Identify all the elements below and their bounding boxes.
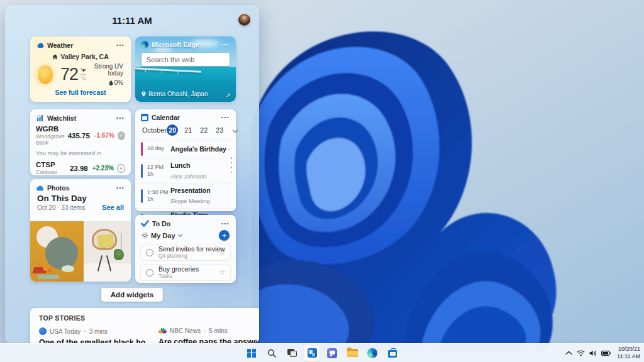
task-checkbox[interactable] [146,249,153,256]
search-button[interactable] [264,346,279,361]
calendar-day[interactable]: 22 [198,124,209,136]
edge-browser-button[interactable] [365,346,380,361]
expand-icon[interactable]: ↗ [226,92,231,99]
see-full-forecast-link[interactable]: See full forecast [30,89,131,96]
widgets-column-right: Microsoft Edge ••• Ikema Ohashi, Japan ↗ [135,36,236,283]
unit-fahrenheit[interactable]: °F [80,68,86,75]
widgets-button[interactable] [304,346,319,361]
calendar-month: October [142,126,167,134]
edge-widget[interactable]: Microsoft Edge ••• Ikema Ohashi, Japan ↗ [135,36,236,102]
photo-thumbnail[interactable] [30,221,84,282]
windows-logo-icon [247,349,256,358]
photos-more-options-icon[interactable]: ••• [116,184,125,192]
search-icon [267,349,276,358]
photo-detail [97,234,114,248]
bridge-shape [135,67,201,73]
star-icon[interactable]: ☆ [219,248,225,256]
chat-button[interactable] [325,346,340,361]
watchlist-title: Watchlist [47,114,76,122]
task-checkbox[interactable] [146,269,153,277]
calendar-widget[interactable]: Calendar ••• October 20 21 22 23 [135,109,236,211]
file-explorer-button[interactable] [345,346,360,361]
calendar-day-selected[interactable]: 20 [167,124,178,136]
weather-temperature: 72 [60,65,78,84]
my-day-selector[interactable]: My Day [142,232,182,239]
stock-name: Contoso [36,169,70,175]
wifi-icon[interactable] [577,350,585,356]
dot-separator: · [84,328,86,335]
folder-icon [347,349,358,357]
task-title: Send invites for review [158,245,219,253]
calendar-event[interactable]: All day Angela's Birthday [135,139,236,158]
task-view-icon [287,349,297,357]
photo-detail [48,268,52,273]
calendar-day[interactable]: 21 [182,124,194,136]
unit-celsius[interactable]: °C [80,75,86,81]
sun-outline-icon [142,232,148,239]
stock-row[interactable]: WGRB Woodgrove Bank 435.75 -1.67% ✓ [30,122,131,147]
event-duration: 1h [147,171,170,178]
speaker-icon[interactable] [589,350,597,356]
search-input[interactable] [142,56,236,63]
task-item[interactable]: Buy groceries Tasks ☆ [140,264,231,281]
scrollbar-dots[interactable] [231,157,233,173]
event-title: Lunch [170,162,191,170]
watchlist-widget[interactable]: Watchlist ••• WGRB Woodgrove Bank 435.75… [30,109,131,175]
top-stories-header: TOP STORIES [39,314,253,322]
watchlist-added-check-icon[interactable]: ✓ [118,131,125,140]
story-item[interactable]: NBC News · 5 mins Are coffee naps the an… [158,327,259,343]
widgets-panel: 11:11 AM Weather ••• Valley Park, [5,5,259,343]
calendar-date-row: October 20 21 22 23 [135,121,236,137]
photos-widget[interactable]: Photos ••• On This Day Oct 20 · 33 items… [30,179,131,282]
edge-more-options-icon[interactable]: ••• [221,41,230,48]
system-tray: 10/20/21 11:11 AM [565,344,640,362]
story-headline: Are coffee naps the answer to your [158,337,259,343]
battery-icon[interactable] [601,351,611,356]
calendar-event[interactable]: 12 PM 1h Lunch Alex Johnson [135,158,236,184]
add-task-button[interactable]: + [219,230,230,241]
start-button[interactable] [244,346,259,361]
story-source: NBC News [170,327,201,334]
nbc-peacock-logo-icon [158,327,167,334]
weather-widget[interactable]: Weather ••• Valley Park, CA 72 °F [30,36,131,102]
edge-title: Microsoft Edge [152,41,199,48]
edge-logo-icon [367,348,377,358]
tray-clock[interactable]: 10/20/21 11:11 AM [615,346,640,360]
widgets-grid: Weather ••• Valley Park, CA 72 °F [30,36,236,283]
user-avatar[interactable] [238,13,251,26]
event-time: 1:30 PM [147,189,170,196]
photo-detail [38,275,59,279]
photo-detail [97,255,103,272]
calendar-event[interactable]: 1:30 PM 1h Presentation Skype Meeting [135,184,236,209]
edge-logo-icon [141,41,148,48]
weather-more-options-icon[interactable]: ••• [116,41,125,49]
photo-detail [62,265,74,272]
task-view-button[interactable] [284,346,299,361]
photos-title: Photos [47,184,70,192]
calendar-more-options-icon[interactable]: ••• [221,114,230,121]
watchlist-more-options-icon[interactable]: ••• [116,114,125,122]
chevron-down-icon [178,233,182,238]
star-icon[interactable]: ☆ [219,268,225,277]
tray-time: 11:11 AM [617,353,640,361]
add-widgets-button[interactable]: Add widgets [101,288,163,302]
see-all-link[interactable]: See all [102,204,124,211]
microsoft-store-button[interactable] [385,346,400,361]
photo-thumbnail[interactable] [84,221,131,282]
todo-icon [141,219,149,228]
task-item[interactable]: Send invites for review Q4 planning ☆ [140,244,231,261]
weather-condition: Strong UV today [86,63,123,77]
calendar-day[interactable]: 23 [214,124,225,136]
story-source: USA Today [50,328,80,335]
unit-toggle[interactable]: °F °C [80,68,86,81]
tray-chevron-up-icon[interactable] [565,351,572,355]
todo-more-options-icon[interactable]: ••• [221,220,230,228]
todo-widget[interactable]: To Do ••• My Day + [135,215,236,283]
stock-row[interactable]: CTSP Contoso 23.98 +2.23% + [30,158,131,177]
chevron-down-icon[interactable] [233,128,238,133]
edge-search-bar[interactable] [142,53,230,66]
story-item[interactable]: USA Today · 3 mins One of the smallest b… [39,327,146,343]
watchlist-add-icon[interactable]: + [117,164,125,173]
weather-location-row[interactable]: Valley Park, CA [30,53,131,60]
event-detail: Alex Johnson [170,173,206,180]
